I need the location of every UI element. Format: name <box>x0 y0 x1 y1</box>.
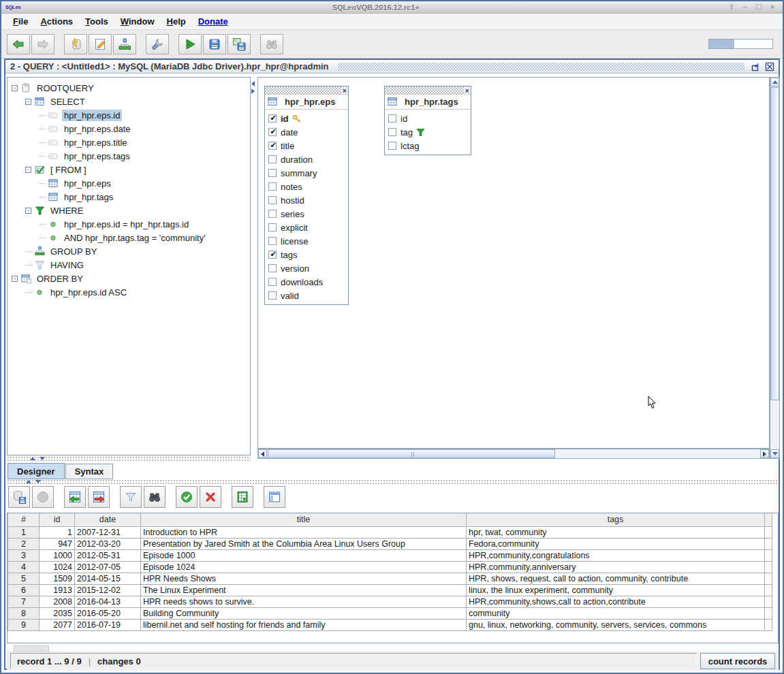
diagram-vertical-scrollbar[interactable] <box>770 77 780 459</box>
cell-title[interactable]: HPR needs shows to survive. <box>141 596 467 607</box>
tab-syntax[interactable]: Syntax <box>65 464 114 479</box>
card-title[interactable]: hpr_hpr.eps <box>265 95 348 110</box>
tree-node[interactable]: -WHERE <box>7 204 250 217</box>
field-checkbox[interactable] <box>268 278 277 286</box>
maximize-button[interactable]: ☐ <box>754 3 764 12</box>
tree-node[interactable]: hpr_hpr.eps <box>7 176 250 190</box>
cell-tags[interactable]: gnu, linux, networking, community, serve… <box>467 619 765 630</box>
table-row[interactable]: 310002012-05-31Episode 1000HPR,community… <box>8 549 772 561</box>
card-field-tags[interactable]: tags <box>268 248 348 261</box>
cell-date[interactable]: 2014-05-15 <box>75 573 141 584</box>
menu-tools[interactable]: Tools <box>79 14 114 29</box>
filter-funnel-button[interactable] <box>120 486 142 508</box>
card-drag-strip[interactable]: × <box>385 86 471 95</box>
table-card-eps[interactable]: ×hpr_hpr.epsiddatetitledurationsummaryno… <box>264 86 349 305</box>
rollback-button[interactable] <box>200 486 221 508</box>
db-save-button[interactable] <box>8 486 30 508</box>
tree-collapse-handle-icon[interactable]: - <box>25 99 31 105</box>
schema-button[interactable] <box>113 34 136 54</box>
cell-date[interactable]: 2012-03-20 <box>75 538 141 549</box>
card-field-license[interactable]: license <box>268 234 348 248</box>
cell-id[interactable]: 2035 <box>40 607 75 619</box>
cell-date[interactable]: 2007-12-31 <box>75 526 141 538</box>
field-checkbox[interactable] <box>268 223 277 231</box>
minimize-button[interactable]: – <box>740 3 750 12</box>
tree-node[interactable]: -ORDER BY <box>7 272 250 285</box>
tree-node[interactable]: hpr_hpr.eps.title <box>7 135 250 149</box>
card-field-valid[interactable]: valid <box>268 289 348 302</box>
cell-date[interactable]: 2016-07-19 <box>75 619 141 630</box>
cell-tags[interactable]: HPR, shows, request, call to action, com… <box>467 573 765 584</box>
cell-id[interactable]: 1 <box>40 526 75 538</box>
cell-title[interactable]: Episode 1024 <box>141 561 467 573</box>
form-view-button[interactable] <box>264 486 285 508</box>
field-checkbox[interactable] <box>268 182 277 191</box>
column-header-#[interactable]: # <box>8 513 40 526</box>
scroll-down-icon[interactable] <box>770 449 779 458</box>
cell-title[interactable]: Presentation by Jared Smith at the Colum… <box>141 538 467 549</box>
table-row[interactable]: 515092014-05-15HPR Needs ShowsHPR, shows… <box>8 573 772 584</box>
cell-id[interactable]: 1509 <box>40 573 75 584</box>
diagram-canvas[interactable]: ×hpr_hpr.epsiddatetitledurationsummaryno… <box>257 77 770 449</box>
field-checkbox[interactable] <box>268 142 277 150</box>
scrollbar-thumb[interactable] <box>268 449 555 458</box>
run-button[interactable] <box>178 34 202 54</box>
column-header-tags[interactable]: tags <box>467 513 765 526</box>
field-checkbox[interactable] <box>268 155 277 163</box>
table-row[interactable]: 112007-12-31Introduction to HPRhpr, twat… <box>8 526 772 538</box>
column-header-id[interactable]: id <box>40 513 75 526</box>
diagram-horizontal-scrollbar[interactable] <box>257 449 770 459</box>
save-button[interactable] <box>203 34 226 54</box>
menu-actions[interactable]: Actions <box>34 14 79 29</box>
cell-tags[interactable]: HPR,community,shows,call to action,contr… <box>467 596 765 607</box>
card-field-downloads[interactable]: downloads <box>268 275 348 289</box>
cell-date[interactable]: 2012-05-31 <box>75 549 141 561</box>
card-field-lctag[interactable]: lctag <box>388 139 471 153</box>
scroll-right-icon[interactable] <box>760 449 769 458</box>
menu-window[interactable]: Window <box>114 14 161 29</box>
card-field-explicit[interactable]: explicit <box>268 221 348 234</box>
column-header-date[interactable]: date <box>75 513 141 526</box>
cell-tags[interactable]: linux, the linux experiment, community <box>467 584 765 596</box>
vertical-splitter[interactable] <box>251 77 257 455</box>
cell-tags[interactable]: HPR,community,anniversary <box>467 561 765 573</box>
table-row[interactable]: 920772016-07-19libernil.net and self hos… <box>8 619 772 630</box>
tree-node[interactable]: -SELECT <box>7 95 250 108</box>
cell-title[interactable]: libernil.net and self hosting for friend… <box>141 619 467 630</box>
close-icon[interactable]: × <box>464 87 471 94</box>
card-field-version[interactable]: version <box>268 261 348 275</box>
tree-node[interactable]: AND hpr_hpr.tags.tag = 'community' <box>7 231 250 244</box>
tree-collapse-handle-icon[interactable]: - <box>25 208 31 214</box>
tree-node[interactable]: hpr_hpr.tags <box>7 190 250 204</box>
card-title[interactable]: hpr_hpr.tags <box>385 95 471 110</box>
commit-button[interactable] <box>176 486 198 508</box>
menu-help[interactable]: Help <box>161 14 192 29</box>
card-field-id[interactable]: id <box>388 112 471 125</box>
row-number[interactable]: 6 <box>8 584 40 596</box>
row-number[interactable]: 8 <box>8 607 40 619</box>
field-checkbox[interactable] <box>268 237 277 245</box>
card-field-tag[interactable]: tag <box>388 125 471 139</box>
tree-node[interactable]: -ROOTQUERY <box>7 81 250 95</box>
shade-button[interactable]: ⇧ <box>727 3 736 12</box>
back-button[interactable] <box>7 34 30 54</box>
frame-titlebar[interactable]: 2 - QUERY : <Untitled1> : MySQL (MariaDB… <box>5 60 779 74</box>
card-field-summary[interactable]: summary <box>268 166 348 180</box>
table-row[interactable]: 410242012-07-05Episode 1024HPR,community… <box>8 561 772 573</box>
tree-node[interactable]: hpr_hpr.eps.id <box>7 108 250 122</box>
cell-id[interactable]: 1024 <box>40 561 75 573</box>
cell-id[interactable]: 1000 <box>40 549 75 561</box>
row-number[interactable]: 4 <box>8 561 40 573</box>
cell-tags[interactable]: Fedora,community <box>467 538 765 549</box>
table-row[interactable]: 720082016-04-13HPR needs shows to surviv… <box>8 596 772 607</box>
tree-node[interactable]: hpr_hpr.eps.date <box>7 122 250 135</box>
save-as-button[interactable] <box>228 34 251 54</box>
cell-tags[interactable]: HPR,community,congratulations <box>467 549 765 561</box>
cell-id[interactable]: 2008 <box>40 596 75 607</box>
table-row[interactable]: 820352016-05-20Building Communitycommuni… <box>8 607 772 619</box>
restore-icon[interactable] <box>749 61 761 72</box>
cell-tags[interactable]: community <box>467 607 765 619</box>
close-button[interactable]: × <box>768 3 777 12</box>
grid-next-button[interactable] <box>88 486 110 508</box>
window-titlebar[interactable]: SQLeo SQLeoVQB.2016.12.rc1+ ⇧ – ☐ × <box>1 1 783 14</box>
